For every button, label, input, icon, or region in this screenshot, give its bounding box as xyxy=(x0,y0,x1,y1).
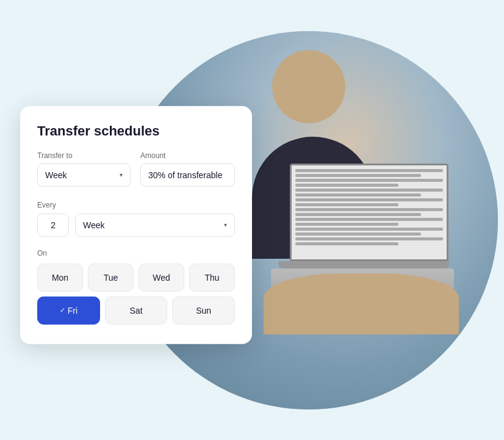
screen-line xyxy=(295,213,421,216)
screen-line xyxy=(295,193,421,197)
card-title: Transfer schedules xyxy=(37,123,235,139)
screen-line xyxy=(295,228,443,231)
screen-line xyxy=(295,174,421,177)
amount-value: 30% of transferable xyxy=(148,170,222,179)
transfer-to-group: Transfer to Week ▾ xyxy=(37,151,131,186)
every-label: Every xyxy=(37,200,56,209)
screen-line xyxy=(295,184,398,187)
day-tuesday[interactable]: Tue xyxy=(88,263,134,291)
transfer-to-label: Transfer to xyxy=(37,151,131,159)
day-thursday[interactable]: Thu xyxy=(189,263,235,291)
laptop-base xyxy=(278,261,449,269)
transfer-to-value: Week xyxy=(45,170,67,179)
screen-line xyxy=(295,218,443,221)
amount-select[interactable]: 30% of transferable xyxy=(140,163,235,186)
amount-group: Amount 30% of transferable xyxy=(140,151,235,186)
check-icon: ✓ xyxy=(60,306,65,314)
on-section: On Mon Tue Wed Thu ✓ Fri Sat Sun xyxy=(37,248,235,324)
screen-line xyxy=(295,203,398,206)
person-hands xyxy=(264,273,459,334)
day-saturday[interactable]: Sat xyxy=(105,296,168,324)
screen-line xyxy=(295,233,421,236)
day-friday[interactable]: ✓ Fri xyxy=(37,296,100,324)
day-monday[interactable]: Mon xyxy=(37,263,83,291)
screen-line xyxy=(295,223,398,226)
on-label: On xyxy=(37,248,235,257)
laptop-screen xyxy=(290,164,448,261)
screen-line xyxy=(295,208,443,211)
scene-container: Transfer schedules Transfer to Week ▾ Am… xyxy=(0,0,504,440)
transfer-to-select[interactable]: Week ▾ xyxy=(37,163,131,186)
every-number-input[interactable]: 2 xyxy=(37,213,69,236)
days-grid: Mon Tue Wed Thu ✓ Fri Sat Sun xyxy=(37,263,235,324)
days-row-1: Mon Tue Wed Thu xyxy=(37,263,235,291)
screen-line xyxy=(295,169,443,172)
person-head xyxy=(272,50,345,123)
screen-line xyxy=(295,179,443,182)
screen-content xyxy=(292,165,447,249)
every-unit-value: Week xyxy=(83,220,105,229)
screen-line xyxy=(295,189,443,192)
transfer-amount-row: Transfer to Week ▾ Amount 30% of transfe… xyxy=(37,151,235,186)
chevron-down-icon: ▾ xyxy=(120,171,123,178)
amount-label: Amount xyxy=(140,151,235,159)
screen-line xyxy=(295,242,398,245)
screen-line xyxy=(295,237,443,240)
every-inputs: 2 Week ▾ xyxy=(37,213,235,236)
transfer-schedules-card: Transfer schedules Transfer to Week ▾ Am… xyxy=(20,106,252,344)
day-sunday[interactable]: Sun xyxy=(172,296,235,324)
screen-line xyxy=(295,198,443,201)
day-wednesday[interactable]: Wed xyxy=(139,263,184,291)
every-unit-select[interactable]: Week ▾ xyxy=(75,213,235,236)
chevron-down-icon: ▾ xyxy=(224,222,227,228)
days-row-2: ✓ Fri Sat Sun xyxy=(37,296,235,324)
every-row: Every 2 Week ▾ xyxy=(37,198,235,236)
